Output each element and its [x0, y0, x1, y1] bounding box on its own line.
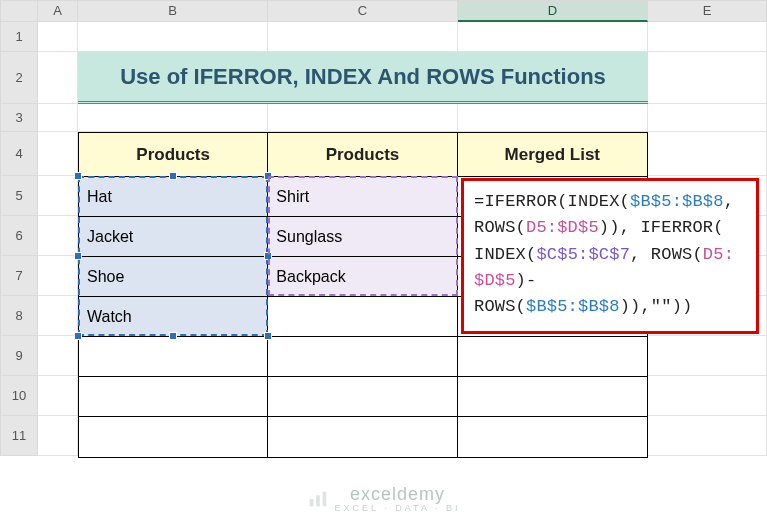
cell-A8[interactable]	[38, 296, 78, 336]
cell-A9[interactable]	[38, 336, 78, 376]
column-headers: A B C D E	[0, 0, 767, 22]
cell-C1[interactable]	[268, 22, 458, 52]
row-header-10[interactable]: 10	[0, 376, 38, 416]
page-title: Use of IFERROR, INDEX And ROWS Functions	[78, 52, 648, 104]
row-header-3[interactable]: 3	[0, 104, 38, 132]
cell-B11[interactable]	[79, 417, 268, 457]
cell-D3[interactable]	[458, 104, 648, 132]
row-header-4[interactable]: 4	[0, 132, 38, 176]
table-row	[79, 377, 647, 417]
chart-icon	[307, 488, 329, 510]
cell-B9[interactable]	[79, 337, 268, 377]
range-handle[interactable]	[169, 172, 177, 180]
cell-E11[interactable]	[648, 416, 767, 456]
cell-A6[interactable]	[38, 216, 78, 256]
cell-A5[interactable]	[38, 176, 78, 216]
cell-E2[interactable]	[648, 52, 767, 104]
range-handle[interactable]	[74, 332, 82, 340]
col-header-D[interactable]: D	[458, 0, 648, 22]
cell-A2[interactable]	[38, 52, 78, 104]
range-handle[interactable]	[264, 172, 272, 180]
cell-A4[interactable]	[38, 132, 78, 176]
row-header-5[interactable]: 5	[0, 176, 38, 216]
col-header-C[interactable]: C	[268, 0, 458, 22]
watermark: exceldemy EXCEL · DATA · BI	[0, 484, 767, 513]
row-headers: 1 2 3 4 5 6 7 8 9 10 11	[0, 22, 38, 456]
cell-C8[interactable]	[268, 297, 457, 337]
range-handle[interactable]	[264, 252, 272, 260]
cell-B3[interactable]	[78, 104, 268, 132]
header-products-2[interactable]: Products	[268, 133, 457, 177]
col-header-E[interactable]: E	[648, 0, 767, 22]
svg-rect-0	[309, 499, 313, 506]
watermark-sub: EXCEL · DATA · BI	[335, 503, 461, 513]
cell-B6[interactable]: Jacket	[79, 217, 268, 257]
cell-D9[interactable]	[458, 337, 647, 377]
cell-E3[interactable]	[648, 104, 767, 132]
range-handle[interactable]	[264, 332, 272, 340]
table-row	[79, 337, 647, 377]
cell-B5[interactable]: Hat	[79, 177, 268, 217]
col-header-A[interactable]: A	[38, 0, 78, 22]
svg-rect-1	[316, 495, 320, 506]
cell-C11[interactable]	[268, 417, 457, 457]
formula-display: =IFERROR(INDEX($B$5:$B$8,ROWS(D5:$D$5)),…	[461, 178, 759, 334]
cell-C3[interactable]	[268, 104, 458, 132]
range-handle[interactable]	[169, 332, 177, 340]
select-all-corner[interactable]	[0, 0, 38, 22]
row-header-9[interactable]: 9	[0, 336, 38, 376]
cell-D1[interactable]	[458, 22, 648, 52]
table-header-row: Products Products Merged List	[79, 133, 647, 177]
cell-B7[interactable]: Shoe	[79, 257, 268, 297]
cell-C5[interactable]: Shirt	[268, 177, 457, 217]
watermark-brand: exceldemy	[350, 484, 445, 504]
row-header-6[interactable]: 6	[0, 216, 38, 256]
svg-rect-2	[322, 491, 326, 506]
header-merged-list[interactable]: Merged List	[458, 133, 647, 177]
cell-A7[interactable]	[38, 256, 78, 296]
cell-D11[interactable]	[458, 417, 647, 457]
header-products-1[interactable]: Products	[79, 133, 268, 177]
col-header-B[interactable]: B	[78, 0, 268, 22]
cell-C10[interactable]	[268, 377, 457, 417]
row-header-2[interactable]: 2	[0, 52, 38, 104]
cell-C9[interactable]	[268, 337, 457, 377]
cell-A11[interactable]	[38, 416, 78, 456]
cell-C6[interactable]: Sunglass	[268, 217, 457, 257]
cell-A1[interactable]	[38, 22, 78, 52]
cell-B8[interactable]: Watch	[79, 297, 268, 337]
range-handle[interactable]	[74, 172, 82, 180]
row-header-7[interactable]: 7	[0, 256, 38, 296]
cell-A10[interactable]	[38, 376, 78, 416]
row-header-11[interactable]: 11	[0, 416, 38, 456]
cell-E9[interactable]	[648, 336, 767, 376]
cell-E4[interactable]	[648, 132, 767, 176]
cell-A3[interactable]	[38, 104, 78, 132]
row-header-8[interactable]: 8	[0, 296, 38, 336]
cell-B1[interactable]	[78, 22, 268, 52]
cell-B10[interactable]	[79, 377, 268, 417]
cell-E10[interactable]	[648, 376, 767, 416]
cell-E1[interactable]	[648, 22, 767, 52]
cell-D10[interactable]	[458, 377, 647, 417]
spreadsheet: A B C D E 1 2 3 4 5 6 7 8 9 10 11	[0, 0, 767, 527]
row-header-1[interactable]: 1	[0, 22, 38, 52]
cell-C7[interactable]: Backpack	[268, 257, 457, 297]
table-row	[79, 417, 647, 457]
range-handle[interactable]	[74, 252, 82, 260]
